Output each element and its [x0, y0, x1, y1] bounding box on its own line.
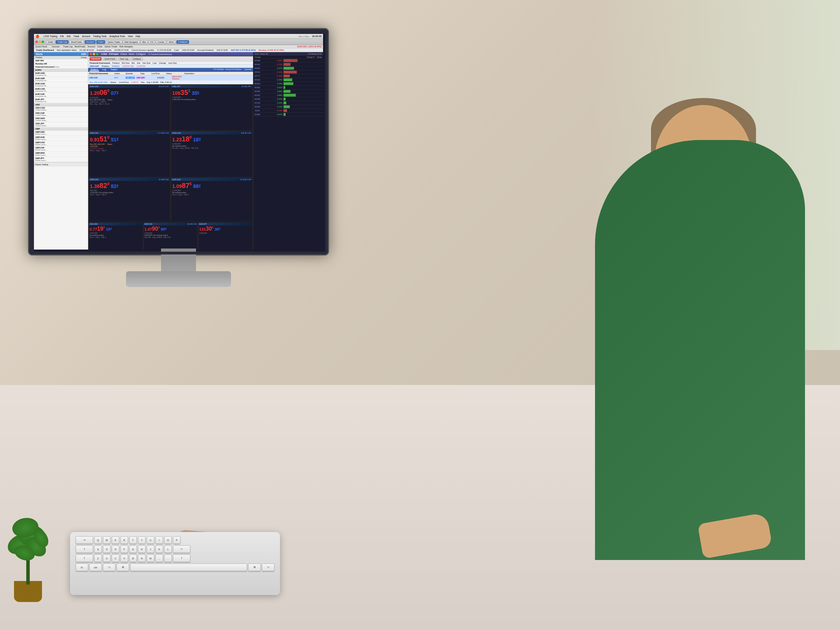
orders-tab[interactable]: Orders: [120, 53, 127, 55]
pos-row-12[interactable]: 01410 0.10%: [253, 101, 323, 105]
key-j[interactable]: J: [147, 545, 154, 553]
gbphkd-item[interactable]: GBP.HKDBritish poun...: [34, 152, 88, 157]
usdjpy-buy-area[interactable]: 355: [192, 91, 199, 96]
pos-row-4[interactable]: 20041 -0.46%: [253, 70, 323, 74]
configure-tab[interactable]: Configure: [136, 53, 145, 55]
configure-button[interactable]: Configure: [177, 40, 189, 44]
pos-row-2[interactable]: 00181 -0.13%: [253, 63, 323, 66]
eurcad-bid[interactable]: 1.47903: [145, 226, 160, 232]
pos-row-8[interactable]: 00281 0.01%: [253, 86, 323, 90]
key-l[interactable]: L: [164, 545, 172, 553]
quote-panel-button[interactable]: Quote Panel: [103, 57, 117, 60]
eurjpy-item[interactable]: EUR.JPYEuropean M...: [34, 98, 88, 103]
key-u[interactable]: U: [147, 536, 154, 544]
key-cmd-r[interactable]: ⌘: [248, 564, 261, 571]
gbpcad-item[interactable]: GBP.CADBritish poun...: [34, 141, 88, 146]
minimize-button[interactable]: [38, 41, 41, 43]
configure-btn[interactable]: Configure: [131, 57, 143, 60]
key-shift-r[interactable]: ⇧: [173, 554, 190, 562]
menu-analytical-tools[interactable]: Analytical Tools: [109, 35, 125, 38]
key-k[interactable]: K: [155, 545, 163, 553]
usdchf-sell-area[interactable]: 0.91510: [90, 135, 109, 143]
key-comma[interactable]: ,: [155, 554, 163, 562]
app-name-menu[interactable]: LYNX Trading: [43, 35, 57, 38]
pos-row-7[interactable]: 00414 0.43%: [253, 82, 323, 86]
usdjpy-item[interactable]: USD.JPYUnited State...: [34, 122, 88, 127]
account-tab[interactable]: Account: [87, 46, 95, 47]
fyi-button[interactable]: FYI: [148, 40, 155, 44]
risk-nav-tab[interactable]: Risk Navigator: [119, 46, 133, 47]
key-t[interactable]: T: [129, 536, 137, 544]
gbpjpy-item[interactable]: GBP.JPYBritish poun...: [34, 157, 88, 162]
usdchf-item[interactable]: USD.CHFUnited State...: [34, 112, 88, 117]
menu-file[interactable]: File: [60, 35, 64, 38]
pos-row-11[interactable]: 00045 0.04%: [253, 97, 323, 101]
usdchf-instrument-row[interactable]: USD.CHF Position 0.91511 0.91514 AM +0.0…: [88, 65, 253, 68]
log-subtab[interactable]: Log: [101, 68, 107, 71]
pos-row-6[interactable]: 00414 0.34%: [253, 78, 323, 82]
menu-trade[interactable]: Trade: [74, 35, 79, 38]
trading-application[interactable]: 🍎 LYNX Trading File Edit Trade Account T…: [34, 34, 323, 249]
key-h[interactable]: H: [138, 545, 145, 553]
gbpusd-sell-area[interactable]: 1.38820: [90, 182, 109, 189]
menu-account[interactable]: Account: [82, 35, 90, 38]
key-s[interactable]: S: [103, 545, 111, 553]
chart-button[interactable]: Chart: [96, 40, 105, 44]
fin-instrument-search[interactable]: Quote Panel: [35, 46, 47, 47]
key-tab[interactable]: ⇥: [76, 536, 93, 544]
combo-button[interactable]: Combo: [156, 40, 166, 44]
menu-view[interactable]: View: [128, 35, 133, 38]
apple-menu[interactable]: 🍎: [35, 35, 39, 38]
key-g[interactable]: G: [129, 545, 137, 553]
key-o[interactable]: O: [164, 536, 172, 544]
ibot-button[interactable]: iBot: [141, 40, 148, 44]
pos-row-14[interactable]: -0210 -0.10%: [253, 109, 323, 113]
eurusd-item[interactable]: EUR.USDEuropean M...: [34, 72, 88, 77]
cancel-all-button[interactable]: Cancel All: [90, 57, 101, 60]
usdhkd-item[interactable]: USD.HKDUnited State...: [34, 117, 88, 122]
usdchf-buy-area[interactable]: 513: [111, 137, 118, 142]
key-q[interactable]: Q: [94, 536, 102, 544]
order-button[interactable]: Order: [46, 40, 55, 44]
news-tab[interactable]: News: [129, 53, 134, 55]
transmit-checkbox[interactable]: ☑ Transmit Instantaneously: [148, 53, 172, 55]
eurcad-ask[interactable]: 909: [161, 227, 167, 231]
key-fn[interactable]: fn: [76, 564, 88, 571]
trade-log-button[interactable]: Trade Log: [56, 40, 69, 44]
chart-tab[interactable]: Chart: [97, 46, 103, 47]
menu-edit[interactable]: Edit: [66, 35, 70, 38]
pos-row-10[interactable]: 00281 0.59%: [253, 93, 323, 97]
orders-subtab[interactable]: Orders: [90, 68, 99, 71]
option-trader-button[interactable]: Option Trader: [106, 40, 122, 44]
eurcad-item[interactable]: EUR.CADEuropean M...: [34, 87, 88, 93]
gbpusd-buy-area[interactable]: 822: [111, 184, 118, 189]
key-x[interactable]: X: [103, 554, 111, 562]
trades-subtab[interactable]: Trades: [109, 68, 118, 71]
eurjpy-ask[interactable]: 305: [215, 227, 221, 231]
trade-log-tab[interactable]: Trade Log: [63, 46, 73, 47]
alerts-button[interactable]: Alerts: [167, 40, 176, 44]
sp500-watchlist-item[interactable]: S&P 500: [34, 59, 88, 62]
key-d[interactable]: D: [112, 545, 119, 553]
fxtrader-min[interactable]: [93, 53, 95, 55]
maximize-button[interactable]: [42, 41, 44, 43]
key-space[interactable]: [130, 564, 247, 571]
audusd-ask[interactable]: 193: [106, 227, 112, 231]
key-n[interactable]: N: [138, 554, 145, 562]
key-c[interactable]: C: [112, 554, 119, 562]
booktrader-tab[interactable]: BookTrader: [74, 46, 85, 47]
key-r[interactable]: R: [120, 536, 128, 544]
eurgbp-item[interactable]: EUR.GBPEuropean M...: [34, 77, 88, 82]
fin-instrument-item[interactable]: Financial Instrument Comp: [34, 65, 88, 69]
order-row-1[interactable]: USD.CHF BUY 25K LMT 20K LMT 0.91520 IDEA…: [88, 75, 253, 81]
key-b[interactable]: B: [129, 554, 137, 562]
key-i[interactable]: I: [155, 536, 163, 544]
key-v[interactable]: V: [120, 554, 128, 562]
usdcad-sell-area[interactable]: 1.23180: [172, 135, 192, 143]
account-button[interactable]: Account: [85, 40, 96, 44]
menu-help[interactable]: Help: [136, 35, 140, 38]
key-m[interactable]: M: [147, 554, 154, 562]
booktrader-button[interactable]: BookTrader: [69, 40, 84, 44]
close-button[interactable]: [35, 41, 38, 43]
eurchf-buy-area[interactable]: 882: [193, 184, 201, 189]
